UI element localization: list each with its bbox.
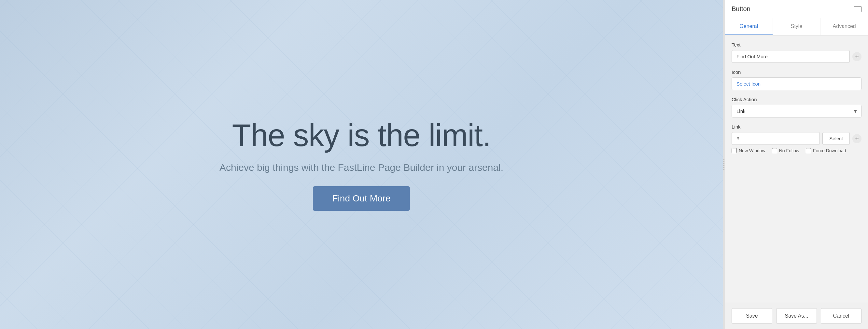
link-input-row: Select + [732, 132, 862, 145]
text-label: Text [732, 42, 862, 47]
force-download-checkbox[interactable] [806, 148, 811, 153]
panel-tabs: General Style Advanced [725, 18, 868, 35]
icon-label: Icon [732, 69, 862, 75]
canvas-title: The sky is the limit. [232, 118, 491, 153]
panel-footer: Save Save As... Cancel [725, 303, 868, 329]
force-download-checkbox-item[interactable]: Force Download [806, 148, 846, 153]
new-window-label: New Window [739, 148, 766, 153]
text-input[interactable] [732, 50, 850, 63]
drag-dot [723, 167, 724, 168]
no-follow-checkbox-item[interactable]: No Follow [772, 148, 799, 153]
panel-header: Button [725, 0, 868, 18]
save-as-button[interactable]: Save As... [776, 308, 817, 324]
link-select-button[interactable]: Select [823, 132, 850, 145]
link-label: Link [732, 124, 862, 130]
text-input-row: + [732, 50, 862, 63]
canvas-subtitle: Achieve big things with the FastLine Pag… [219, 162, 503, 173]
settings-panel: Button General Style Advanced Text + Ico… [725, 0, 868, 329]
link-add-button[interactable]: + [852, 134, 862, 143]
cancel-button[interactable]: Cancel [821, 308, 862, 324]
click-action-label: Click Action [732, 97, 862, 102]
drag-dot [723, 169, 724, 170]
tab-style[interactable]: Style [773, 18, 820, 35]
link-section: Link Select + New Window No Follow For [732, 124, 862, 153]
tab-general[interactable]: General [725, 18, 773, 35]
drag-dot [723, 165, 724, 166]
new-window-checkbox-item[interactable]: New Window [732, 148, 766, 153]
force-download-label: Force Download [813, 148, 846, 153]
drag-dot [723, 161, 724, 162]
click-action-select-wrapper: Link Lightbox None ▼ [732, 105, 862, 118]
tab-advanced[interactable]: Advanced [820, 18, 868, 35]
no-follow-checkbox[interactable] [772, 148, 777, 153]
new-window-checkbox[interactable] [732, 148, 737, 153]
panel-body: Text + Icon Select Icon Click Action Lin… [725, 35, 868, 303]
no-follow-label: No Follow [779, 148, 799, 153]
panel-minimize-button[interactable] [854, 6, 862, 12]
click-action-select[interactable]: Link Lightbox None [732, 105, 862, 118]
drag-dot [723, 159, 724, 160]
text-add-button[interactable]: + [852, 52, 862, 61]
link-input[interactable] [732, 132, 820, 145]
text-section: Text + [732, 42, 862, 63]
icon-section: Icon Select Icon [732, 69, 862, 90]
panel-title: Button [732, 5, 750, 13]
link-options-row: New Window No Follow Force Download [732, 148, 862, 153]
save-button[interactable]: Save [732, 308, 772, 324]
icon-select-box[interactable]: Select Icon [732, 77, 862, 90]
drag-dot [723, 163, 724, 164]
canvas-area: The sky is the limit. Achieve big things… [0, 0, 723, 329]
click-action-section: Click Action Link Lightbox None ▼ [732, 97, 862, 118]
canvas-cta-button[interactable]: Find Out More [313, 186, 410, 211]
canvas-content: The sky is the limit. Achieve big things… [219, 118, 503, 211]
select-icon-link[interactable]: Select Icon [737, 81, 761, 87]
